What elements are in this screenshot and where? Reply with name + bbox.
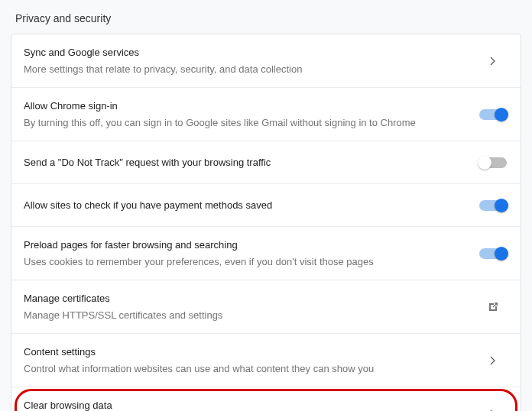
row-text: Manage certificates Manage HTTPS/SSL cer… [24,291,478,322]
row-title: Clear browsing data [24,398,478,411]
row-text: Allow sites to check if you have payment… [24,198,478,213]
row-title: Allow sites to check if you have payment… [24,198,478,213]
row-title: Preload pages for faster browsing and se… [24,238,478,253]
chevron-right-icon [478,356,508,365]
toggle-allow-chrome-signin[interactable] [479,109,507,120]
row-text: Clear browsing data Clear history, cooki… [24,398,478,411]
row-text: Allow Chrome sign-in By turning this off… [24,99,478,130]
row-subtitle: By turning this off, you can sign in to … [24,115,478,131]
toggle-preload-pages[interactable] [479,248,507,259]
row-sync-google-services[interactable]: Sync and Google services More settings t… [11,34,521,88]
row-allow-chrome-signin: Allow Chrome sign-in By turning this off… [11,88,521,141]
row-subtitle: Control what information websites can us… [24,361,478,377]
external-link-icon [478,301,508,313]
row-title: Allow Chrome sign-in [24,99,478,114]
row-text: Send a "Do Not Track" request with your … [24,155,478,170]
toggle-do-not-track[interactable] [479,157,507,168]
row-content-settings[interactable]: Content settings Control what informatio… [11,334,521,387]
row-text: Preload pages for faster browsing and se… [24,238,478,269]
toggle-payment-methods[interactable] [479,200,507,211]
row-preload-pages: Preload pages for faster browsing and se… [11,227,521,280]
row-subtitle: Manage HTTPS/SSL certificates and settin… [24,308,478,323]
row-text: Content settings Control what informatio… [24,345,478,376]
row-text: Sync and Google services More settings t… [24,45,478,76]
row-title: Send a "Do Not Track" request with your … [24,155,478,170]
row-clear-browsing-data[interactable]: Clear browsing data Clear history, cooki… [15,387,517,411]
row-title: Manage certificates [24,291,478,306]
privacy-security-panel: Sync and Google services More settings t… [11,34,521,411]
row-manage-certificates[interactable]: Manage certificates Manage HTTPS/SSL cer… [11,280,521,334]
row-subtitle: More settings that relate to privacy, se… [24,62,478,77]
row-payment-methods: Allow sites to check if you have payment… [11,184,521,227]
row-title: Content settings [24,345,478,360]
page-title: Privacy and security [0,0,532,34]
chevron-right-icon [478,57,508,66]
row-title: Sync and Google services [24,45,478,60]
row-subtitle: Uses cookies to remember your preference… [24,254,478,270]
row-do-not-track: Send a "Do Not Track" request with your … [11,141,521,184]
